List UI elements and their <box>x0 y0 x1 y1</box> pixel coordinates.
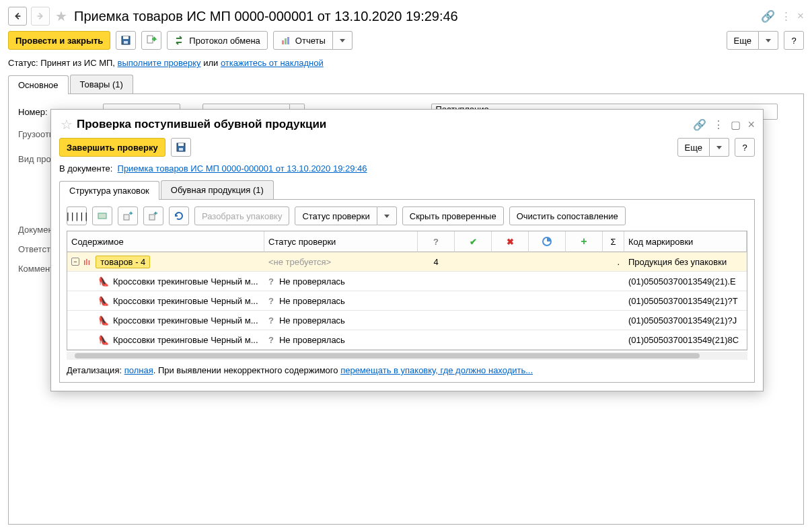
table-row[interactable]: 👠Кроссовки трекинговые Черный м... ?Не п… <box>67 330 747 350</box>
col-pie[interactable] <box>529 231 566 252</box>
group-label: товаров - 4 <box>96 256 150 268</box>
more-button[interactable]: Еще <box>727 31 759 50</box>
modal-star-icon[interactable]: ☆ <box>61 116 73 132</box>
check-products-modal: ☆ Проверка поступившей обувной продукции… <box>50 109 764 391</box>
modal-title: Проверка поступившей обувной продукции <box>77 118 689 131</box>
question-icon: ? <box>268 296 274 306</box>
modal-more-dropdown[interactable] <box>710 138 729 157</box>
modal-help-button[interactable]: ? <box>735 138 755 157</box>
exchange-protocol-button[interactable]: Протокол обмена <box>167 31 268 50</box>
arrow-left-icon <box>13 11 22 22</box>
field-icon <box>97 211 108 221</box>
modal-kebab-icon[interactable]: ⋮ <box>713 118 724 131</box>
modal-close-icon[interactable]: × <box>747 118 755 132</box>
chevron-down-icon <box>766 39 771 42</box>
col-sigma[interactable]: Σ <box>603 231 624 252</box>
document-link[interactable]: Приемка товаров ИС МП 0000-000001 от 13.… <box>118 163 367 174</box>
save-button[interactable] <box>116 31 136 50</box>
table-group-row[interactable]: − ılı товаров - 4 <не требуется> 4 <box>67 252 747 272</box>
status-line: Статус: Принят из ИС МП, выполните прове… <box>8 58 804 68</box>
move-to-package-link[interactable]: перемещать в упаковку, где должно находи… <box>340 365 533 375</box>
col-plus[interactable]: + <box>566 231 603 252</box>
shoe-icon: 👠 <box>98 315 109 326</box>
svg-rect-1 <box>123 36 128 39</box>
svg-rect-12 <box>98 213 106 219</box>
col-question[interactable]: ? <box>418 231 455 252</box>
tab-package-structure[interactable]: Структура упаковок <box>59 181 159 200</box>
tool-button-2[interactable] <box>118 206 138 225</box>
chevron-down-icon <box>340 39 345 42</box>
col-check[interactable]: ✔ <box>455 231 492 252</box>
table-row[interactable]: 👠Кроссовки трекинговые Черный м... ?Не п… <box>67 272 747 291</box>
pie-icon <box>542 237 552 246</box>
shoe-icon: 👠 <box>98 276 109 287</box>
tab-shoe-products[interactable]: Обувная продукция (1) <box>161 180 274 199</box>
reports-button[interactable]: Отчеты <box>273 31 333 50</box>
tool-button-3[interactable] <box>143 206 163 225</box>
tab-goods[interactable]: Товары (1) <box>70 75 133 93</box>
document-arrow-icon <box>146 35 157 46</box>
x-icon: ✖ <box>507 237 514 247</box>
more-button-group[interactable]: Еще <box>727 31 778 50</box>
clear-match-button[interactable]: Очистить сопоставление <box>509 206 626 225</box>
collapse-icon[interactable]: − <box>71 258 79 266</box>
chevron-down-icon <box>716 146 722 149</box>
forward-button[interactable] <box>31 7 50 26</box>
reject-invoice-link[interactable]: откажитесь от накладной <box>221 58 324 68</box>
question-icon: ? <box>268 335 274 345</box>
shoe-icon: 👠 <box>98 296 109 306</box>
modal-save-button[interactable] <box>171 138 191 157</box>
check-status-button[interactable]: Статус проверки <box>295 206 377 225</box>
table-row[interactable]: 👠Кроссовки трекинговые Черный м... ?Не п… <box>67 291 747 311</box>
col-status[interactable]: Статус проверки <box>264 231 418 252</box>
hide-checked-button[interactable]: Скрыть проверенные <box>402 206 504 225</box>
arrow-right-icon <box>36 11 45 22</box>
table-row[interactable]: 👠Кроссовки трекинговые Черный м... ?Не п… <box>67 311 747 330</box>
svg-rect-4 <box>282 40 284 44</box>
svg-rect-11 <box>179 148 183 151</box>
modal-maximize-icon[interactable]: ▢ <box>731 118 741 131</box>
tool-button-1[interactable] <box>92 206 112 225</box>
page-title: Приемка товаров ИС МП 0000-000001 от 13.… <box>74 9 757 24</box>
reports-dropdown-button[interactable] <box>333 31 353 50</box>
box-in-icon <box>148 211 159 221</box>
col-x[interactable]: ✖ <box>492 231 529 252</box>
unpack-button: Разобрать упаковку <box>194 206 289 225</box>
tool-button-refresh[interactable] <box>169 206 189 225</box>
post-and-close-button[interactable]: Провести и закрыть <box>8 31 110 50</box>
help-button[interactable]: ? <box>784 31 804 50</box>
kebab-menu-icon[interactable]: ⋮ <box>780 9 792 24</box>
check-status-dropdown[interactable] <box>377 206 397 225</box>
close-icon[interactable]: × <box>797 9 804 23</box>
svg-rect-5 <box>285 38 287 44</box>
more-dropdown-button[interactable] <box>759 31 778 50</box>
perform-check-link[interactable]: выполните проверку <box>118 58 201 68</box>
col-content[interactable]: Содержимое <box>67 231 264 252</box>
modal-link-icon[interactable]: 🔗 <box>693 118 706 131</box>
svg-rect-2 <box>124 41 128 44</box>
svg-rect-14 <box>149 215 155 220</box>
detail-full-link[interactable]: полная <box>124 365 153 375</box>
detail-line: Детализация: полная. При выявлении некор… <box>67 365 747 375</box>
check-status-group[interactable]: Статус проверки <box>295 206 396 225</box>
reports-button-group[interactable]: Отчеты <box>273 31 353 50</box>
horizontal-scrollbar[interactable] <box>67 352 747 360</box>
plus-icon: + <box>581 235 587 248</box>
shoe-icon: 👠 <box>98 335 109 345</box>
in-document-line: В документе: Приемка товаров ИС МП 0000-… <box>59 163 755 174</box>
favorite-star-icon[interactable]: ★ <box>55 8 67 24</box>
svg-rect-3 <box>147 36 153 43</box>
post-button[interactable] <box>141 31 161 50</box>
modal-more-group[interactable]: Еще <box>677 138 729 157</box>
floppy-icon <box>176 142 186 153</box>
finish-check-button[interactable]: Завершить проверку <box>59 138 165 157</box>
back-button[interactable] <box>8 7 27 26</box>
barcode-button[interactable]: ||||| <box>67 206 87 225</box>
box-arrow-icon <box>122 211 133 221</box>
tab-main[interactable]: Основное <box>8 75 69 94</box>
col-marking-code[interactable]: Код маркировки <box>624 231 747 252</box>
link-icon[interactable]: 🔗 <box>761 9 775 24</box>
question-icon: ? <box>268 276 274 287</box>
floppy-icon <box>120 35 131 46</box>
modal-more-button[interactable]: Еще <box>677 138 710 157</box>
